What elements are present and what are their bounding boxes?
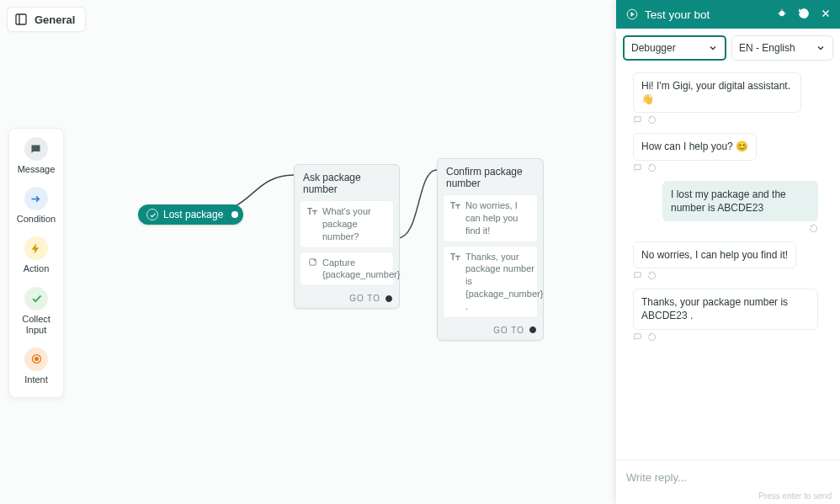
node-block[interactable]: Tᴛ No worries, I can help you find it!	[443, 194, 538, 242]
tool-label: Message	[18, 164, 56, 175]
language-select[interactable]: EN - English	[731, 35, 833, 61]
close-button[interactable]	[820, 8, 832, 22]
check-icon	[30, 292, 43, 305]
svg-point-8	[779, 11, 784, 16]
goto-port[interactable]: GO TO	[300, 289, 394, 303]
message-meta	[633, 332, 833, 342]
output-port[interactable]	[529, 326, 536, 333]
tool-collect-input[interactable]: Collect Input	[14, 287, 58, 336]
flow-canvas[interactable]: General Message Condition Action Collec	[0, 0, 840, 504]
panel-header: Test your bot	[616, 0, 840, 29]
chevron-down-icon	[708, 43, 718, 53]
goto-port[interactable]: GO TO	[443, 321, 538, 335]
page-label-text: General	[35, 13, 75, 26]
refresh-icon	[647, 115, 657, 125]
user-message: I lost my package and the number is ABCD…	[662, 181, 818, 221]
svg-point-4	[35, 358, 38, 361]
toolbox: Message Condition Action Collect Input I…	[8, 128, 64, 398]
flow-node-confirm-package[interactable]: Confirm package number Tᴛ No worries, I …	[437, 158, 544, 341]
block-text: Thanks, your package number is {package_…	[465, 251, 543, 313]
flow-node-ask-package[interactable]: Ask package number Tᴛ What's your packag…	[294, 164, 400, 309]
svg-rect-5	[309, 258, 315, 264]
reply-input[interactable]	[625, 470, 832, 485]
page-label-chip[interactable]: General	[7, 7, 86, 32]
text-icon: Tᴛ	[307, 205, 317, 243]
refresh-icon	[809, 224, 818, 233]
output-port[interactable]	[385, 295, 392, 302]
node-block[interactable]: Tᴛ What's your package number?	[300, 200, 394, 248]
node-title: Ask package number	[300, 170, 394, 200]
bot-message: How can I help you? 😊	[633, 133, 757, 160]
tool-label: Intent	[24, 374, 48, 385]
tool-label: Condition	[17, 214, 56, 225]
tool-action[interactable]: Action	[24, 236, 50, 274]
reset-button[interactable]	[798, 8, 810, 22]
tool-condition[interactable]: Condition	[17, 187, 56, 225]
chevron-down-icon	[816, 43, 826, 53]
refresh-icon	[798, 8, 810, 19]
message-meta	[633, 115, 833, 125]
refresh-icon	[647, 332, 657, 342]
bug-icon	[776, 8, 788, 19]
bot-message: Hi! I'm Gigi, your digital assistant. 👋	[633, 72, 801, 113]
arrow-right-icon	[29, 193, 42, 205]
message-meta	[623, 224, 818, 233]
block-text: What's your package number?	[322, 205, 386, 243]
test-bot-panel: Test your bot Debugger EN - English Hi! …	[616, 0, 840, 504]
node-block[interactable]: Tᴛ Thanks, your package number is {packa…	[443, 246, 538, 318]
play-icon	[626, 8, 638, 20]
capture-icon	[307, 257, 317, 282]
bolt-icon	[29, 242, 42, 255]
chat-icon	[633, 271, 642, 280]
block-text: Capture {package_number}	[322, 257, 400, 282]
reply-box	[616, 459, 840, 490]
text-icon: Tᴛ	[450, 199, 460, 237]
tool-label: Action	[24, 263, 50, 274]
layout-icon	[14, 13, 28, 26]
message-icon	[29, 143, 42, 156]
tool-message[interactable]: Message	[18, 137, 56, 175]
chat-icon	[633, 332, 642, 342]
svg-rect-0	[16, 14, 26, 24]
select-value: Debugger	[631, 42, 676, 54]
checkmark-icon	[146, 209, 158, 220]
tool-label: Collect Input	[14, 314, 58, 336]
chat-icon	[633, 163, 642, 172]
chat-log: Hi! I'm Gigi, your digital assistant. 👋 …	[616, 67, 840, 459]
node-title: Confirm package number	[443, 164, 538, 194]
refresh-icon	[647, 163, 657, 172]
select-value: EN - English	[739, 42, 795, 54]
debugger-select[interactable]: Debugger	[623, 35, 726, 61]
close-icon	[820, 8, 832, 19]
message-meta	[633, 163, 833, 172]
start-node[interactable]: Lost package	[138, 204, 243, 225]
target-icon	[30, 353, 43, 365]
panel-title: Test your bot	[645, 8, 710, 21]
text-icon: Tᴛ	[450, 251, 460, 313]
start-node-label: Lost package	[163, 209, 223, 220]
svg-marker-7	[631, 13, 635, 17]
node-block[interactable]: Capture {package_number}	[300, 252, 394, 287]
chat-icon	[633, 115, 642, 125]
output-port[interactable]	[231, 211, 238, 218]
block-text: No worries, I can help you find it!	[465, 199, 530, 237]
refresh-icon	[647, 271, 657, 280]
bot-message: No worries, I can help you find it!	[633, 241, 796, 268]
message-meta	[633, 271, 833, 280]
tool-intent[interactable]: Intent	[24, 347, 48, 385]
debug-button[interactable]	[776, 8, 788, 22]
bot-message: Thanks, your package number is ABCDE23 .	[633, 289, 818, 329]
reply-hint: Press enter to send	[616, 490, 840, 504]
